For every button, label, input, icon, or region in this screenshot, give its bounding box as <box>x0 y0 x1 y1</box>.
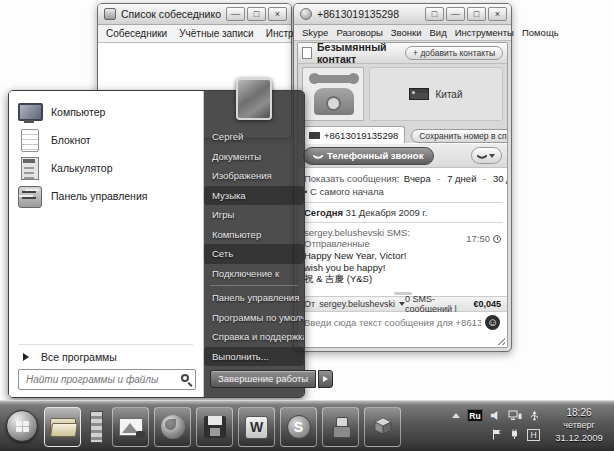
language-indicator[interactable]: Ru <box>467 409 483 422</box>
compose-area[interactable]: Введи сюда текст сообщения для +86130191… <box>298 312 507 348</box>
taskbar-virtualbox-button[interactable] <box>364 407 401 447</box>
word-icon: W <box>245 416 268 439</box>
taskbar-explorer-button[interactable] <box>44 407 81 447</box>
minimize-button[interactable]: — <box>446 7 465 21</box>
tray-expand-icon[interactable] <box>452 413 460 418</box>
shutdown-options-button[interactable] <box>318 370 333 388</box>
maximize-button[interactable]: □ <box>247 7 266 21</box>
number-tab[interactable]: +8613019135298 <box>302 126 405 143</box>
pinned-strip-icon[interactable] <box>90 411 103 443</box>
sms-cost: €0,045 <box>473 299 501 309</box>
taskbar-apps: W S <box>44 405 401 449</box>
china-flag-mini-icon <box>309 132 320 139</box>
shutdown-button[interactable]: Завершение работы <box>210 370 316 388</box>
chat-history: Показать сообщения: Вчера - 7 дней - 30 … <box>298 168 507 347</box>
taskbar-robot-app-button[interactable] <box>322 407 359 447</box>
menu-help[interactable]: Помощь <box>522 27 559 38</box>
start-item-notepad[interactable]: Блокнот <box>17 127 195 153</box>
close-button[interactable]: × <box>268 7 287 21</box>
filter-yesterday[interactable]: Вчера <box>404 173 431 184</box>
resize-grip[interactable] <box>495 335 505 345</box>
menu-conversations[interactable]: Разговоры <box>336 27 382 38</box>
start-item-calculator[interactable]: Калькулятор <box>17 155 195 181</box>
close-button[interactable]: × <box>488 7 507 21</box>
contacts-titlebar[interactable]: Список собеседников — □ × <box>98 4 291 25</box>
phone-handset-icon <box>476 150 487 161</box>
menu-skype[interactable]: Skype <box>302 27 328 38</box>
start-button[interactable] <box>6 410 38 442</box>
contact-page-icon <box>302 47 312 59</box>
start-item-user[interactable]: Сергей <box>204 127 304 147</box>
taskbar-clock[interactable]: 18:26 четверг 31.12.2009 <box>548 406 610 444</box>
start-menu: Компьютер Блокнот Калькулятор Панель упр… <box>8 90 305 398</box>
start-item-control-panel[interactable]: Панель управления <box>17 183 195 209</box>
sms-counter: 0 SMS-сообщений | <box>405 294 470 314</box>
taskbar-browser-button[interactable] <box>154 407 191 447</box>
start-item-control-panel[interactable]: Панель управления <box>204 288 304 308</box>
all-programs-button[interactable]: Все программы <box>23 351 117 363</box>
taskbar-photo-viewer-button[interactable] <box>112 407 149 447</box>
today-date: 31 Декабря 2009 г. <box>346 207 428 218</box>
volume-icon[interactable] <box>490 410 501 421</box>
country-label: Китай <box>435 89 462 100</box>
skype-body: Безымянный контакт + добавить контакты К… <box>297 42 508 348</box>
menu-calls[interactable]: Звонки <box>391 27 422 38</box>
emoticon-button[interactable]: ☺ <box>485 315 500 330</box>
filter-separator: - <box>437 173 440 184</box>
start-search <box>18 369 196 390</box>
control-panel-icon <box>17 184 41 208</box>
action-center-icon[interactable] <box>492 429 502 440</box>
power-icon[interactable] <box>509 429 520 440</box>
start-item-run[interactable]: Выполнить... <box>204 347 304 367</box>
phone-handset-icon <box>312 150 323 161</box>
user-avatar[interactable] <box>236 78 272 120</box>
start-item-games[interactable]: Игры <box>204 205 304 225</box>
start-item-connect-to[interactable]: Подключение к <box>204 264 304 284</box>
filter-7-days[interactable]: 7 дней <box>447 173 476 184</box>
menu-tools[interactable]: Инструменты <box>455 27 514 38</box>
start-item-label: Калькулятор <box>51 162 112 174</box>
start-item-music[interactable]: Музыка <box>204 186 304 206</box>
menu-accounts[interactable]: Учётные записи <box>179 28 254 39</box>
menu-view[interactable]: Вид <box>430 27 447 38</box>
start-item-documents[interactable]: Документы <box>204 147 304 167</box>
today-label: Сегодня <box>304 207 343 218</box>
contact-header: Безымянный контакт + добавить контакты <box>298 43 507 64</box>
search-input[interactable] <box>18 369 196 390</box>
taskbar-word-button[interactable]: W <box>238 407 275 447</box>
add-contacts-button[interactable]: + добавить контакты <box>405 46 503 60</box>
skype-icon: S <box>287 415 311 439</box>
search-icon <box>181 374 189 382</box>
start-item-help-support[interactable]: Справка и поддержка <box>204 327 304 347</box>
message-line: Happy New Year, Victor! <box>298 250 507 262</box>
start-item-default-programs[interactable]: Программы по умолчанию <box>204 308 304 328</box>
filter-30-days[interactable]: 30 дней <box>493 173 508 184</box>
minimize-button[interactable]: — <box>226 7 245 21</box>
taskbar-save-tool-button[interactable] <box>196 407 233 447</box>
compose-placeholder[interactable]: Введи сюда текст сообщения для +86130191… <box>304 317 481 328</box>
contacts-window-title: Список собеседников <box>121 8 221 20</box>
save-number-button[interactable]: Сохранить номер в списке контактов <box>411 129 508 143</box>
call-button[interactable]: Телефонный звонок <box>303 147 434 165</box>
skype-titlebar[interactable]: +8613019135298 □ — □ × <box>294 4 511 25</box>
call-options-button[interactable] <box>471 147 502 164</box>
h-badge[interactable]: H <box>527 429 540 441</box>
cube-icon <box>373 417 393 437</box>
robot-app-icon <box>332 417 350 437</box>
taskbar-skype-button[interactable]: S <box>280 407 317 447</box>
view-toggle-button[interactable]: □ <box>425 7 444 21</box>
folder-icon <box>50 418 76 437</box>
filter-separator: - <box>483 173 486 184</box>
from-start-link[interactable]: • С самого начала <box>298 185 507 201</box>
start-item-network[interactable]: Сеть <box>204 244 304 264</box>
number-tab-label: +8613019135298 <box>324 130 398 141</box>
maximize-button[interactable]: □ <box>467 7 486 21</box>
sms-sender-dropdown[interactable]: sergey.belushevski <box>319 299 395 309</box>
menu-sobesedniki[interactable]: Собеседники <box>106 28 167 39</box>
start-item-computer[interactable]: Компьютер <box>204 225 304 245</box>
start-item-label: Панель управления <box>51 190 147 202</box>
start-item-computer[interactable]: Компьютер <box>17 99 195 125</box>
start-item-pictures[interactable]: Изображения <box>204 166 304 186</box>
network-icon[interactable] <box>508 410 522 421</box>
usb-icon[interactable] <box>529 410 540 421</box>
